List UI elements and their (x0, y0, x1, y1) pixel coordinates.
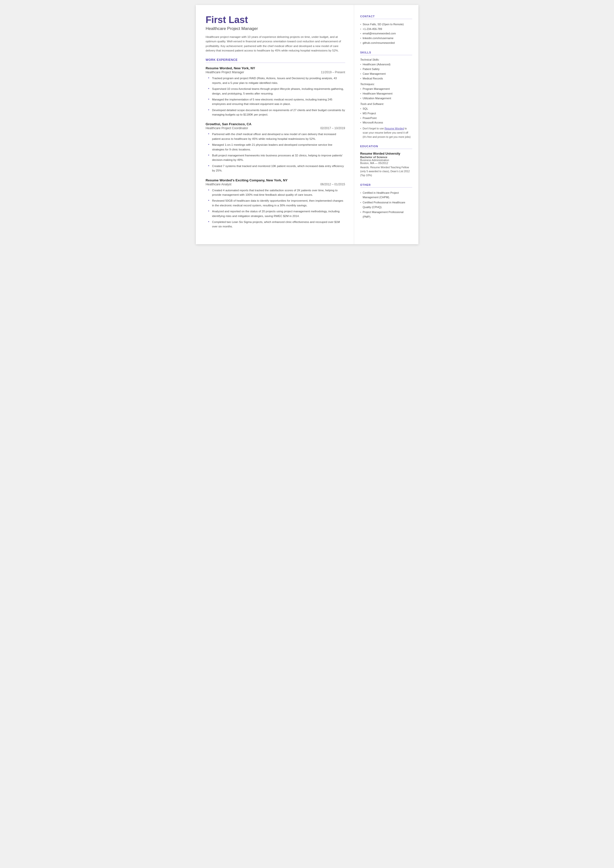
bullet-2-3: Built project management frameworks into… (208, 153, 345, 162)
skill-ms-access: Microsoft Access (360, 120, 412, 125)
skill-util-mgmt: Utilization Management (360, 96, 412, 101)
job-bullets-2: Partnered with the chief medical officer… (206, 132, 345, 173)
bullet-3-3: Analyzed and reported on the status of 2… (208, 209, 345, 218)
job-role-1: Healthcare Project Manager (206, 70, 244, 74)
skills-header: SKILLS (360, 51, 412, 55)
employer-name-3: Resume Worded's Exciting Company, New Yo… (206, 179, 345, 182)
resume-worded-link[interactable]: Resume Worded (385, 127, 404, 130)
edu-school: Resume Worded University (360, 152, 412, 155)
skill-program-mgmt: Program Management (360, 87, 412, 91)
job-dates-1: 11/2019 – Present (321, 70, 345, 74)
job-row-2: Healthcare Project Coordinator 02/2017 –… (206, 126, 345, 130)
right-column: CONTACT Sioux Falls, SD (Open to Remote)… (354, 5, 419, 244)
skill-case-mgmt: Case Management (360, 71, 412, 76)
bullet-1-1: Tracked program and project RAID (Risks,… (208, 76, 345, 85)
summary-text: Healthcare project manager with 10 years… (206, 35, 345, 53)
cert-cphq: Certified Professional in Healthcare Qua… (360, 200, 412, 209)
technical-skills-list: Healthcare (Advanced) Patient Safety Cas… (360, 62, 412, 81)
skill-powerpoint: PowerPoint (360, 116, 412, 121)
contact-location: Sioux Falls, SD (Open to Remote) (360, 22, 412, 27)
skill-healthcare: Healthcare (Advanced) (360, 62, 412, 67)
contact-list: Sioux Falls, SD (Open to Remote) +1-234-… (360, 22, 412, 45)
bullet-1-4: Developed detailed scope documents based… (208, 108, 345, 117)
education-section: EDUCATION Resume Worded University Bache… (360, 145, 412, 177)
contact-phone: +1-234-456-789 (360, 27, 412, 31)
tools-list: SQL MS Project PowerPoint Microsoft Acce… (360, 106, 412, 125)
skill-ms-project: MS Project (360, 111, 412, 116)
skill-sql: SQL (360, 106, 412, 111)
skill-healthcare-mgmt: Healthcare Management (360, 91, 412, 96)
job-bullets-1: Tracked program and project RAID (Risks,… (206, 76, 345, 117)
job-row-3: Healthcare Analyst 06/2012 – 01/2015 (206, 183, 345, 186)
resume-container: First Last Healthcare Project Manager He… (196, 5, 419, 244)
bullet-1-2: Supervised 10 cross-functional teams thr… (208, 87, 345, 96)
job-dates-2: 02/2017 – 10/2019 (320, 126, 345, 130)
bullet-1-3: Managed the implementation of 5 new elec… (208, 97, 345, 106)
job-role-3: Healthcare Analyst (206, 183, 231, 186)
cert-chpm: Certified in Healthcare Project Manageme… (360, 191, 412, 200)
bullet-3-4: Completed two Lean Six Sigma projects, w… (208, 220, 345, 229)
cert-pmp: Project Management Professional (PMP). (360, 210, 412, 219)
contact-header: CONTACT (360, 15, 412, 19)
job-block-2: Growthsi, San Francisco, CA Healthcare P… (206, 122, 345, 173)
bullet-2-4: Created 7 systems that tracked and monit… (208, 164, 345, 173)
edu-location-date: Boston, MA — 05/2012 (360, 161, 412, 165)
bullet-2-2: Managed 1-on-1 meetings with 21 physicia… (208, 143, 345, 152)
bullet-3-2: Reviewed 50GB of healthcare data to iden… (208, 199, 345, 208)
employer-name-1: Resume Worded, New York, NY (206, 66, 345, 70)
work-experience-header: WORK EXPERIENCE (206, 58, 345, 63)
candidate-name: First Last (206, 15, 345, 25)
contact-github: github.com/resumeworded (360, 40, 412, 45)
job-role-2: Healthcare Project Coordinator (206, 126, 248, 130)
candidate-title: Healthcare Project Manager (206, 26, 345, 31)
other-header: OTHER (360, 183, 412, 188)
education-header: EDUCATION (360, 145, 412, 149)
edu-degree: Bachelor of Science (360, 156, 412, 158)
skill-patient-safety: Patient Safety (360, 67, 412, 71)
skill-cat-technical: Technical Skills: (360, 58, 412, 61)
skill-cat-tools: Tools and Software: (360, 102, 412, 106)
job-block-3: Resume Worded's Exciting Company, New Yo… (206, 179, 345, 229)
job-dates-3: 06/2012 – 01/2015 (320, 183, 345, 186)
techniques-list: Program Management Healthcare Management… (360, 87, 412, 101)
employer-name-2: Growthsi, San Francisco, CA (206, 122, 345, 126)
skills-note: Don't forget to use Resume Worded to sca… (360, 126, 412, 139)
contact-linkedin: linkedin.com/in/username (360, 36, 412, 40)
job-block-1: Resume Worded, New York, NY Healthcare P… (206, 66, 345, 117)
job-row-1: Healthcare Project Manager 11/2019 – Pre… (206, 70, 345, 74)
bullet-2-1: Partnered with the chief medical officer… (208, 132, 345, 141)
edu-awards: Awards: Resume Worded Teaching Fellow (o… (360, 166, 412, 177)
other-certifications-list: Certified in Healthcare Project Manageme… (360, 191, 412, 219)
edu-field: Business Administration (360, 158, 412, 161)
job-bullets-3: Created 4 automated reports that tracked… (206, 188, 345, 229)
bullet-3-1: Created 4 automated reports that tracked… (208, 188, 345, 197)
skill-cat-techniques: Techniques: (360, 83, 412, 85)
header-block: First Last Healthcare Project Manager (206, 15, 345, 31)
skill-medical-records: Medical Records (360, 76, 412, 81)
contact-section: CONTACT Sioux Falls, SD (Open to Remote)… (360, 15, 412, 45)
contact-email: email@resumeworded.com (360, 31, 412, 36)
skills-section: SKILLS Technical Skills: Healthcare (Adv… (360, 51, 412, 139)
left-column: First Last Healthcare Project Manager He… (196, 5, 354, 244)
other-section: OTHER Certified in Healthcare Project Ma… (360, 183, 412, 219)
